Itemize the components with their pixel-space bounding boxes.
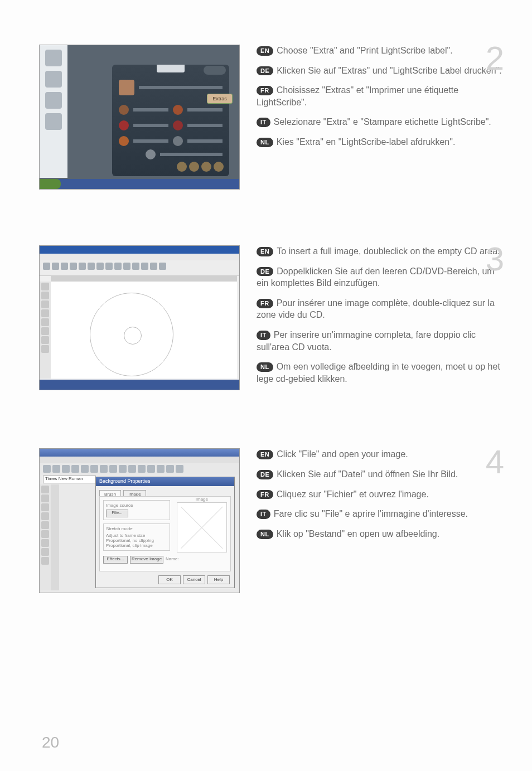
- instruction-text: Selezionare "Extra" e "Stampare etichett…: [274, 117, 491, 127]
- name-label: Name:: [166, 556, 179, 561]
- page-number: 20: [42, 734, 59, 751]
- nero-smartstart-window: Extras: [112, 65, 229, 176]
- instructions-step-4: ENClick "File" and open your image. DEKl…: [257, 448, 504, 547]
- lang-badge-fr: FR: [257, 490, 273, 500]
- lang-badge-de: DE: [257, 470, 273, 479]
- instruction-text: Kies "Extra" en "LightScribe-label afdru…: [277, 137, 456, 147]
- instruction-text: Pour insérer une image complète, double-…: [257, 298, 495, 320]
- menu-bar: [40, 457, 239, 463]
- instruction-text: Click "File" and open your image.: [277, 449, 408, 459]
- lang-badge-en: EN: [257, 247, 273, 256]
- instruction-text: Cliquez sur "Fichier" et ouvrez l'image.: [277, 489, 429, 499]
- instruction-text: To insert a full image, doubleclick on t…: [277, 246, 500, 256]
- effects-button: Effects...: [103, 556, 128, 564]
- tools-palette: [40, 484, 51, 590]
- step-number: 3: [486, 240, 504, 278]
- lang-badge-nl: NL: [257, 362, 273, 372]
- help-button: Help: [207, 575, 230, 584]
- dialog-title: Background Properties: [96, 477, 234, 486]
- radio-option: Proportional, no clipping: [106, 538, 167, 543]
- radio-option: Proportional, clip image: [106, 543, 167, 548]
- lang-badge-it: IT: [257, 331, 270, 340]
- step-3: ENTo insert a full image, doubleclick on…: [39, 245, 504, 392]
- lang-badge-nl: NL: [257, 530, 273, 539]
- window-titlebar: [40, 246, 239, 254]
- step-number: 4: [486, 443, 504, 481]
- tools-palette: [40, 282, 51, 379]
- window-titlebar: [40, 449, 239, 457]
- instruction-text: Fare clic su "File" e aprire l'immagine …: [274, 509, 468, 518]
- lang-badge-fr: FR: [257, 299, 273, 308]
- lang-badge-fr: FR: [257, 86, 273, 95]
- canvas: [51, 282, 237, 379]
- instruction-text: Om een volledige afbeelding in te voegen…: [257, 362, 500, 384]
- preview-label: Image: [196, 497, 208, 502]
- image-preview: [177, 502, 227, 552]
- ok-button: OK: [158, 575, 181, 584]
- instructions-step-2: ENChoose "Extra" and "Print LightScribe …: [257, 45, 504, 156]
- dialog-panel: Image source File... Stretch mode Adjust…: [99, 496, 231, 571]
- stretch-mode-group: Stretch mode Adjust to frame size Propor…: [103, 523, 170, 551]
- toolbar-icons: [43, 263, 166, 270]
- lang-badge-nl: NL: [257, 138, 273, 147]
- step-2: Extras ENChoose "Extra" and "Print Light…: [39, 45, 504, 190]
- font-selector: Times New Roman: [43, 476, 96, 483]
- screenshot-step-3: [39, 245, 240, 390]
- horizontal-ruler: [51, 276, 237, 282]
- instruction-text: Klicken Sie auf "Datei" und öffnen Sie I…: [277, 469, 458, 479]
- screenshot-step-2: Extras: [39, 45, 240, 190]
- empty-cd-area: [90, 293, 173, 376]
- remove-image-button: Remove Image: [130, 556, 163, 564]
- menu-bar: [40, 254, 239, 260]
- instruction-text: Per inserire un'immagine completa, fare …: [257, 330, 476, 352]
- dialog-buttons: OK Cancel Help: [158, 575, 230, 584]
- extras-callout: Extras: [207, 94, 233, 104]
- lang-badge-it: IT: [257, 510, 270, 519]
- start-button: [40, 179, 61, 189]
- radio-option: Adjust to frame size: [106, 533, 167, 538]
- cancel-button: Cancel: [183, 575, 205, 584]
- instruction-text: Klicken Sie auf "Extras" und "LightScrib…: [277, 66, 501, 75]
- desktop-icons-column: [40, 45, 67, 178]
- taskbar: [40, 380, 239, 390]
- step-number: 2: [486, 39, 504, 77]
- instruction-text: Doppelklicken Sie auf den leeren CD/DVD-…: [257, 266, 495, 288]
- group-label: Image source: [106, 503, 167, 508]
- lang-badge-it: IT: [257, 118, 270, 127]
- background-properties-dialog: Background Properties Brush Image Image …: [95, 477, 235, 588]
- lang-badge-de: DE: [257, 267, 273, 277]
- file-button: File...: [106, 510, 128, 517]
- lang-badge-en: EN: [257, 450, 273, 459]
- instruction-text: Choisissez "Extras" et "Imprimer une éti…: [257, 85, 458, 107]
- vertical-ruler: [51, 484, 59, 590]
- lang-badge-de: DE: [257, 66, 273, 76]
- window-controls: [204, 66, 226, 75]
- step-4: Times New Roman Background Properties Br…: [39, 448, 504, 593]
- instructions-step-3: ENTo insert a full image, doubleclick on…: [257, 245, 504, 392]
- screenshot-step-4: Times New Roman Background Properties Br…: [39, 448, 240, 593]
- lang-badge-en: EN: [257, 46, 273, 56]
- image-source-group: Image source File...: [103, 500, 170, 520]
- taskbar: [40, 179, 239, 189]
- cd-dvd-tab: [157, 65, 185, 72]
- toolbar: [40, 463, 239, 474]
- instruction-text: Klik op "Bestand" en open uw afbeelding.: [277, 529, 439, 539]
- bottom-circle-buttons: [177, 162, 224, 172]
- instruction-text: Choose "Extra" and "Print LightScribe la…: [277, 46, 452, 55]
- group-label: Stretch mode: [106, 526, 167, 531]
- dialog-tabs: Brush Image: [96, 486, 234, 496]
